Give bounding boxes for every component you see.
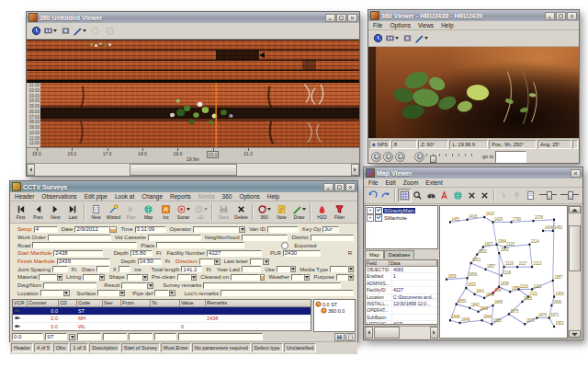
titlebar-cctv[interactable]: CCTV Surveys bbox=[10, 181, 357, 192]
menu-reports[interactable]: Reports bbox=[170, 193, 191, 200]
location-input[interactable] bbox=[40, 290, 63, 296]
menu-zoom[interactable]: Zoom bbox=[403, 179, 419, 186]
pipe-segment[interactable] bbox=[553, 281, 554, 297]
pipe-segment[interactable] bbox=[457, 305, 470, 308]
inc-button[interactable]: Inc bbox=[157, 202, 175, 222]
redo-button[interactable] bbox=[379, 189, 393, 202]
next-button[interactable]: Next bbox=[47, 202, 64, 222]
dropdown-arrow-icon[interactable] bbox=[69, 334, 75, 340]
slider-thumb[interactable] bbox=[568, 191, 573, 200]
time-input[interactable]: 3:11:09 bbox=[135, 226, 166, 233]
year-laid-input[interactable] bbox=[242, 266, 261, 272]
edit-from-input[interactable] bbox=[103, 333, 127, 340]
attribute-row[interactable]: Enabled1 bbox=[366, 273, 437, 280]
layer-checkbox[interactable] bbox=[375, 214, 382, 222]
clock-button[interactable] bbox=[28, 24, 43, 38]
pipe-segment[interactable] bbox=[493, 222, 497, 244]
van-id-input[interactable] bbox=[267, 226, 299, 233]
clear-x-button[interactable] bbox=[465, 189, 479, 202]
win-min-button[interactable] bbox=[545, 12, 555, 20]
edit-value-input[interactable] bbox=[154, 333, 176, 340]
goto-input[interactable] bbox=[495, 151, 526, 163]
dropdown-arrow-icon[interactable] bbox=[53, 29, 57, 32]
attribute-row[interactable]: OBJECTID4083 bbox=[366, 267, 437, 273]
sonar-button[interactable]: Sonar bbox=[175, 202, 192, 222]
observation-tree[interactable]: 0.0 ST360:0.0 bbox=[313, 299, 356, 332]
rotate-view-button[interactable] bbox=[383, 152, 393, 162]
dwg-num-input[interactable] bbox=[43, 282, 96, 289]
depth-input[interactable]: 15.80 bbox=[130, 250, 153, 257]
last-button[interactable]: Last bbox=[64, 202, 82, 222]
draw-button[interactable]: Draw bbox=[290, 202, 308, 222]
column-header-cd[interactable]: CD bbox=[59, 300, 77, 307]
dropdown-arrow-icon[interactable] bbox=[63, 290, 70, 296]
place-input[interactable] bbox=[156, 242, 244, 248]
film2-button[interactable] bbox=[400, 31, 414, 45]
dropdown-arrow-icon[interactable] bbox=[147, 282, 153, 289]
attribute-hscrollbar[interactable] bbox=[365, 326, 438, 339]
menu-help[interactable]: Help bbox=[267, 193, 279, 200]
finish-manhole-input[interactable]: 2439 bbox=[57, 259, 110, 265]
pipe-segment[interactable] bbox=[484, 217, 492, 222]
film-button[interactable] bbox=[43, 24, 58, 38]
dropdown-arrow-icon[interactable] bbox=[142, 274, 148, 281]
column-header-counter[interactable]: Counter bbox=[28, 300, 59, 307]
win-close-button[interactable] bbox=[571, 169, 581, 178]
survey-remarks-input[interactable] bbox=[203, 282, 341, 289]
titlebar-video[interactable]: 360 Viewer - HBU2438 - HBU2439 bbox=[368, 10, 579, 21]
layer-item-sgravitymain[interactable]: +SGravityMain bbox=[367, 207, 436, 214]
scroll-up-icon[interactable] bbox=[569, 206, 581, 213]
prev-button[interactable]: Prev bbox=[29, 202, 47, 222]
map-vscrollbar[interactable] bbox=[568, 205, 582, 339]
pipe-segment[interactable] bbox=[469, 308, 478, 312]
menu-look-at[interactable]: Look at bbox=[115, 193, 134, 200]
observation-row[interactable]: 0.0WL0 bbox=[13, 323, 311, 331]
result-input[interactable] bbox=[121, 282, 147, 289]
field-input[interactable] bbox=[119, 266, 131, 272]
column-header-sev[interactable]: Sev bbox=[103, 300, 121, 307]
win-max-button[interactable] bbox=[336, 14, 346, 22]
work-order-input[interactable] bbox=[48, 235, 111, 241]
edit-sev-input[interactable] bbox=[77, 333, 101, 340]
win-close-button[interactable] bbox=[345, 183, 356, 191]
win-close-button[interactable] bbox=[347, 14, 357, 22]
edit-remarks-input[interactable] bbox=[178, 333, 263, 340]
dropdown-arrow-icon[interactable] bbox=[191, 274, 197, 281]
dropdown-arrow-icon[interactable] bbox=[267, 208, 271, 211]
map-button[interactable]: Map bbox=[140, 202, 157, 222]
attribute-row[interactable]: SubBasin bbox=[366, 315, 437, 321]
menu-extent[interactable]: Extent bbox=[425, 179, 442, 186]
column-header-from[interactable]: From bbox=[121, 300, 151, 307]
menu-help[interactable]: Help bbox=[441, 22, 453, 29]
road-input[interactable] bbox=[32, 242, 137, 248]
vid-cassette-input[interactable] bbox=[148, 235, 201, 241]
dropdown-arrow-icon[interactable] bbox=[239, 226, 245, 233]
calendar-icon[interactable] bbox=[260, 274, 266, 281]
win-min-button[interactable] bbox=[323, 183, 334, 191]
filter-button[interactable]: Filter bbox=[331, 202, 348, 222]
expand-icon[interactable]: + bbox=[367, 207, 374, 214]
dropdown-arrow-icon[interactable] bbox=[302, 208, 306, 211]
film2-button[interactable] bbox=[58, 24, 73, 38]
undo-button[interactable] bbox=[366, 189, 379, 202]
key-op-input[interactable]: Jur bbox=[322, 226, 339, 233]
pipe-segment[interactable] bbox=[497, 245, 505, 247]
horizontal-scrollbar[interactable] bbox=[27, 163, 359, 176]
column-header-code[interactable]: Code bbox=[77, 300, 103, 307]
layer-list[interactable]: +SGravityMain+SManhole bbox=[365, 205, 438, 249]
globe-button[interactable] bbox=[451, 189, 465, 202]
red-a-button[interactable] bbox=[438, 189, 452, 202]
material-input[interactable] bbox=[39, 274, 57, 281]
titlebar-map[interactable]: Map Viewer bbox=[364, 167, 582, 178]
loc-n-remarks-input[interactable] bbox=[220, 290, 354, 296]
pre-clean-input[interactable] bbox=[177, 274, 192, 281]
observation-row[interactable]: 0.0ST bbox=[13, 307, 311, 316]
scroll-left-icon[interactable] bbox=[365, 327, 373, 339]
new-button[interactable]: New bbox=[87, 202, 105, 222]
menu-options[interactable]: Options bbox=[390, 22, 410, 29]
slider-thumb[interactable] bbox=[430, 155, 436, 163]
manhole-node[interactable] bbox=[553, 219, 555, 221]
expand-icon[interactable]: + bbox=[367, 214, 374, 222]
dropdown-arrow-icon[interactable] bbox=[348, 274, 354, 281]
360-button[interactable]: 360 bbox=[255, 202, 273, 222]
